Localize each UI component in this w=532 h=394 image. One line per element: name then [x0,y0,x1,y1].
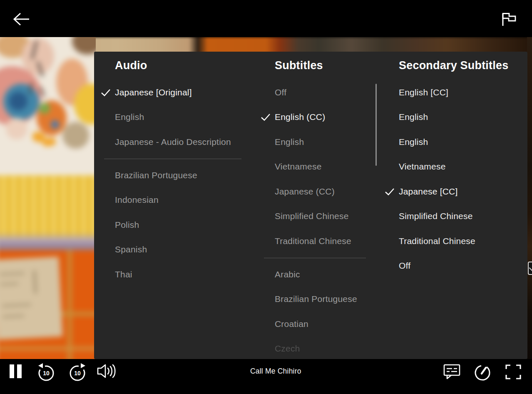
menu-item-label: Czech [275,344,300,354]
volume-button[interactable] [97,363,119,379]
menu-item[interactable]: Simplified Chinese [275,204,378,229]
menu-item[interactable]: Traditional Chinese [275,229,378,254]
fullscreen-icon [505,364,522,380]
subtitles-scrollbar[interactable] [375,84,377,166]
menu-item[interactable]: Brazilian Portuguese [115,163,252,188]
menu-item[interactable]: Traditional Chinese [399,229,532,254]
menu-item-label: Arabic [275,269,300,279]
menu-item[interactable]: Croatian [275,312,378,337]
menu-item[interactable]: Czech [275,337,378,362]
pause-icon [10,364,14,378]
menu-item[interactable]: Japanese (CC) [275,179,378,204]
menu-item-label: Polish [115,220,139,230]
menu-item-label: Japanese (CC) [275,187,335,197]
menu-item-label: Japanese - Audio Description [115,137,231,147]
rewind-10-button[interactable]: 10 [37,362,56,382]
player-controls: 10 10 Call Me Chihiro [0,359,532,394]
menu-item-label: Japanese [CC] [399,187,458,197]
menu-item-label: Croatian [275,319,308,329]
menu-item-label: English [CC] [399,87,448,97]
svg-text:10: 10 [43,370,50,377]
audio-subtitles-menu: AudioJapanese [Original]EnglishJapanese … [94,52,527,359]
menu-column-audio: AudioJapanese [Original]EnglishJapanese … [115,52,252,359]
menu-item[interactable]: Thai [115,262,252,287]
menu-column-title: Audio [115,59,147,72]
menu-item-label: Spanish [115,244,147,254]
pause-button[interactable] [9,363,23,380]
menu-item-label: Japanese [Original] [115,87,192,97]
fullscreen-button[interactable] [505,364,522,380]
forward-10-button[interactable]: 10 [68,362,87,382]
menu-divider [115,155,252,163]
menu-item[interactable]: English [CC] [399,80,532,105]
menu-item[interactable]: Spanish [115,237,252,262]
menu-item-label: Vietnamese [399,162,446,172]
playback-speed-button[interactable] [473,362,492,382]
audio-subtitles-button[interactable] [443,364,461,380]
menu-item[interactable]: Vietnamese [399,155,532,180]
menu-item[interactable]: Japanese [Original] [115,80,252,105]
menu-item[interactable]: Indonesian [115,188,252,213]
menu-item[interactable]: Arabic [275,262,378,287]
menu-item-label: Vietnamese [275,162,322,172]
speed-gauge-icon [473,362,492,382]
menu-item[interactable]: English [399,105,532,130]
menu-item-label: English (CC) [275,112,325,122]
menu-item-label: Indonesian [115,195,159,205]
menu-item[interactable]: Brazilian Portuguese [275,287,378,312]
menu-item[interactable]: English (CC) [275,105,378,130]
menu-item-label: English [399,112,428,122]
back-button[interactable] [12,12,30,27]
menu-item-label: Traditional Chinese [275,236,351,246]
flag-report-button[interactable] [500,12,518,27]
subtitles-dialog-icon [443,364,461,380]
menu-item-label: Traditional Chinese [399,236,475,246]
menu-item[interactable]: Japanese - Audio Description [115,130,252,155]
menu-divider [275,254,378,262]
volume-icon [97,363,119,379]
menu-column-title: Secondary Subtitles [399,59,508,72]
menu-item[interactable]: Off [399,254,532,279]
menu-item[interactable]: Polish [115,212,252,237]
menu-item-label: Brazilian Portuguese [275,294,357,304]
menu-item-label: Brazilian Portuguese [115,170,197,180]
forward-10-icon: 10 [68,362,87,382]
menu-item-label: Off [275,87,286,97]
check-icon [101,88,111,97]
menu-item[interactable]: Japanese [CC] [399,179,532,204]
menu-item[interactable]: Simplified Chinese [399,204,532,229]
check-icon [261,113,271,121]
menu-item-label: English [275,137,304,147]
back-arrow-icon [12,12,30,27]
menu-item[interactable]: Off [275,80,378,105]
menu-item-label: English [115,112,144,122]
video-title: Call Me Chihiro [250,367,301,376]
menu-column-title: Subtitles [275,59,323,72]
menu-column-subtitles: SubtitlesOffEnglish (CC)EnglishVietnames… [275,52,378,359]
menu-item-label: Thai [115,269,132,279]
rewind-10-icon: 10 [37,362,56,382]
menu-item[interactable]: English [399,130,532,155]
svg-text:10: 10 [74,370,81,377]
menu-item-label: English [399,137,428,147]
partial-edge-button[interactable] [528,262,532,275]
top-bar [0,0,532,37]
menu-item[interactable]: English [275,130,378,155]
check-icon [385,187,395,196]
menu-column-secondary-subtitles: Secondary SubtitlesEnglish [CC]EnglishEn… [399,52,532,359]
menu-item[interactable]: Vietnamese [275,155,378,180]
menu-item-label: Off [399,261,410,271]
menu-item-label: Simplified Chinese [399,211,473,221]
video-player: AudioJapanese [Original]EnglishJapanese … [0,0,532,394]
menu-item-label: Simplified Chinese [275,211,349,221]
menu-item[interactable]: English [115,105,252,130]
video-frame-art [0,37,96,359]
flag-icon [500,12,518,27]
